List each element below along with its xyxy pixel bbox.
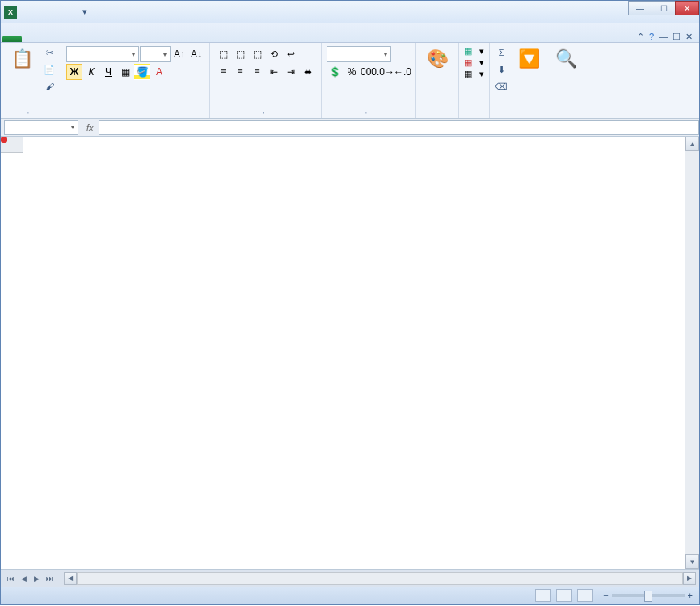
doc-restore-icon[interactable]: ☐ <box>673 32 681 42</box>
delete-cells-button[interactable]: ▦ ▾ <box>464 57 484 68</box>
zoom-in-button[interactable]: + <box>688 591 693 600</box>
percent-button[interactable]: % <box>344 64 360 80</box>
sheet-nav-first[interactable]: ⏮ <box>4 572 17 585</box>
doc-close-icon[interactable]: ✕ <box>685 32 693 42</box>
scroll-up-button[interactable]: ▲ <box>685 137 699 151</box>
underline-button[interactable]: Ч <box>100 64 116 80</box>
sheet-nav-next[interactable]: ▶ <box>30 572 43 585</box>
minimize-button[interactable]: — <box>628 1 652 15</box>
border-button[interactable]: ▦ <box>117 64 133 80</box>
window-controls: — ☐ ✕ <box>629 1 699 15</box>
group-font: ▾ ▾ A↑ A↓ Ж К Ч ▦ 🪣 A ⌐ <box>61 43 210 118</box>
help-icon[interactable]: ? <box>649 32 654 42</box>
view-break-button[interactable] <box>577 589 593 602</box>
select-all-button[interactable] <box>1 137 23 153</box>
orientation-button[interactable]: ⟲ <box>266 46 282 62</box>
group-cells: ▦ ▾ ▦ ▾ ▦ ▾ <box>459 43 490 118</box>
ribbon-tabs: ⌃ ? — ☐ ✕ <box>1 23 699 43</box>
undo-button[interactable] <box>41 4 57 20</box>
editing-label <box>493 115 584 116</box>
cut-button[interactable]: ✂ <box>41 44 57 61</box>
fx-icon[interactable]: fx <box>82 123 99 133</box>
redo-button[interactable] <box>59 4 75 20</box>
align-left-button[interactable]: ≡ <box>215 64 231 80</box>
fill-color-button[interactable]: 🪣 <box>134 64 150 80</box>
zoom-slider[interactable] <box>612 594 685 597</box>
group-styles: 🎨 <box>416 43 459 118</box>
find-select-button[interactable]: 🔍 <box>548 44 584 75</box>
format-painter-button[interactable]: 🖌 <box>41 78 57 95</box>
align-top-button[interactable]: ⬚ <box>215 46 231 62</box>
clear-button[interactable]: ⌫ <box>493 78 509 95</box>
merge-button[interactable]: ⬌ <box>300 64 316 80</box>
file-tab[interactable] <box>2 36 22 42</box>
view-layout-button[interactable] <box>556 589 572 602</box>
wrap-text-button[interactable]: ↩ <box>283 46 299 62</box>
sort-icon: 🔽 <box>516 46 542 72</box>
number-format-combo[interactable]: ▾ <box>327 46 391 62</box>
formula-bar: ▾ fx <box>1 119 699 137</box>
font-color-button[interactable]: A <box>151 64 167 80</box>
scroll-left-button[interactable]: ◀ <box>64 572 77 585</box>
styles-button[interactable]: 🎨 <box>420 44 455 75</box>
group-alignment: ⬚ ⬚ ⬚ ⟲ ↩ ≡ ≡ ≡ ⇤ ⇥ ⬌ ⌐ <box>210 43 322 118</box>
view-normal-button[interactable] <box>535 589 551 602</box>
format-cells-button[interactable]: ▦ ▾ <box>464 69 484 79</box>
align-bottom-button[interactable]: ⬚ <box>249 46 265 62</box>
qat-dropdown[interactable]: ▾ <box>77 4 93 20</box>
close-button[interactable]: ✕ <box>675 1 699 15</box>
help-icons: ⌃ ? — ☐ ✕ <box>630 32 699 42</box>
italic-button[interactable]: К <box>83 64 99 80</box>
clipboard-dialog-launcher[interactable]: ⌐ <box>27 107 33 116</box>
align-right-button[interactable]: ≡ <box>249 64 265 80</box>
indent-inc-button[interactable]: ⇥ <box>283 64 299 80</box>
paste-button[interactable]: 📋 <box>4 44 40 75</box>
number-dialog-launcher[interactable]: ⌐ <box>365 107 371 116</box>
maximize-button[interactable]: ☐ <box>652 1 676 15</box>
minimize-ribbon-icon[interactable]: ⌃ <box>637 32 644 42</box>
font-name-combo[interactable]: ▾ <box>66 46 139 62</box>
scroll-down-button[interactable]: ▼ <box>685 554 699 569</box>
horizontal-scrollbar[interactable]: ◀ ▶ <box>64 572 696 585</box>
align-dialog-launcher[interactable]: ⌐ <box>263 107 268 116</box>
doc-minimize-icon[interactable]: — <box>659 32 668 42</box>
grow-font-button[interactable]: A↑ <box>171 46 188 62</box>
insert-cells-button[interactable]: ▦ ▾ <box>464 46 484 57</box>
align-middle-button[interactable]: ⬚ <box>232 46 248 62</box>
paste-icon: 📋 <box>9 46 35 72</box>
group-number: ▾ 💲 % 000 .0→ ←.0 ⌐ <box>322 43 416 118</box>
grid-area: ▲ ▼ <box>1 137 699 569</box>
autosum-button[interactable]: Σ <box>493 44 509 61</box>
group-clipboard: 📋 ✂ 📄 🖌 ⌐ <box>1 43 61 118</box>
save-button[interactable] <box>23 4 40 20</box>
sheet-nav-prev[interactable]: ◀ <box>17 572 30 585</box>
sheet-tabs-bar: ⏮ ◀ ▶ ⏭ ◀ ▶ <box>1 569 699 587</box>
find-icon: 🔍 <box>553 46 579 72</box>
sheet-nav-last[interactable]: ⏭ <box>43 572 56 585</box>
cells-area[interactable] <box>23 153 685 569</box>
copy-button[interactable]: 📄 <box>41 61 57 78</box>
bold-button[interactable]: Ж <box>66 64 82 80</box>
formula-input[interactable] <box>99 120 699 135</box>
name-box[interactable]: ▾ <box>4 120 78 135</box>
zoom-control[interactable]: − + <box>603 591 693 600</box>
excel-icon: X <box>4 6 17 19</box>
sort-filter-button[interactable]: 🔽 <box>511 44 546 75</box>
fill-button[interactable]: ⬇ <box>493 61 509 78</box>
inc-decimal-button[interactable]: .0→ <box>377 64 394 80</box>
shrink-font-button[interactable]: A↓ <box>188 46 205 62</box>
titlebar: X ▾ — ☐ ✕ <box>1 1 699 23</box>
font-size-combo[interactable]: ▾ <box>140 46 171 62</box>
currency-button[interactable]: 💲 <box>327 64 343 80</box>
scroll-right-button[interactable]: ▶ <box>683 572 696 585</box>
align-center-button[interactable]: ≡ <box>232 64 248 80</box>
font-dialog-launcher[interactable]: ⌐ <box>133 107 138 116</box>
styles-icon: 🎨 <box>424 46 450 72</box>
ribbon: 📋 ✂ 📄 🖌 ⌐ ▾ ▾ A↑ A↓ <box>1 43 699 119</box>
vertical-scrollbar[interactable]: ▲ ▼ <box>685 137 699 569</box>
indent-dec-button[interactable]: ⇤ <box>266 64 282 80</box>
zoom-out-button[interactable]: − <box>603 591 608 600</box>
dec-decimal-button[interactable]: ←.0 <box>394 64 411 80</box>
comma-button[interactable]: 000 <box>361 64 377 80</box>
styles-label <box>420 115 455 116</box>
